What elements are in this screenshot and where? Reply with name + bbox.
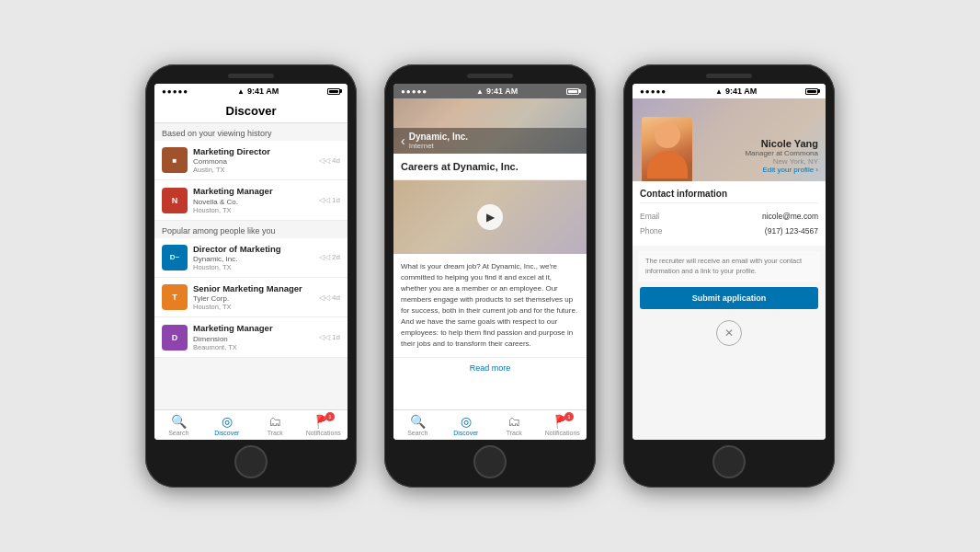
- wifi-icon-2: ▲: [476, 87, 484, 96]
- job-company-3: Dynamic, Inc.: [193, 255, 313, 263]
- home-btn-1[interactable]: [234, 445, 268, 478]
- email-label: Email: [640, 212, 659, 221]
- discover-icon-2: ◎: [461, 414, 472, 429]
- back-arrow-icon[interactable]: ‹: [401, 133, 405, 148]
- play-button[interactable]: ▶: [477, 204, 503, 230]
- edit-profile-link[interactable]: Edit your profile ›: [745, 166, 818, 174]
- job-item-5[interactable]: D Marketing Manager Dimension Beaumont, …: [154, 317, 348, 357]
- close-circle: ✕: [632, 315, 826, 351]
- job-info-5: Marketing Manager Dimension Beaumont, TX: [193, 323, 313, 351]
- job-title-4: Senior Marketing Manager: [193, 283, 313, 294]
- job-logo-2: N: [162, 188, 188, 213]
- tab-search-label-1: Search: [168, 430, 188, 436]
- tab-bar-2: 🔍 Search ◎ Discover 🗂 Track 🚩 Notificati…: [393, 409, 587, 440]
- battery-area-1: [327, 88, 340, 95]
- tab-notifications-2[interactable]: 🚩 Notifications 1: [539, 410, 587, 440]
- status-time-2: 9:41 AM: [486, 86, 518, 96]
- job-company-5: Dimension: [193, 335, 313, 343]
- search-icon-1: 🔍: [171, 414, 187, 429]
- tab-track-label-2: Track: [507, 430, 522, 436]
- company-name: Dynamic, Inc.: [409, 132, 468, 142]
- company-video-thumb[interactable]: ▶: [393, 180, 587, 254]
- job-item-1[interactable]: ■ Marketing Director Commona Austin, TX …: [154, 141, 348, 180]
- status-bar-3: ●●●●● ▲ 9:41 AM: [632, 84, 826, 98]
- job-logo-5: D: [162, 325, 188, 351]
- phone-3-screen: ●●●●● ▲ 9:41 AM Nicole Yang Manage: [632, 84, 826, 440]
- job-title-3: Director of Marketing: [193, 244, 313, 255]
- tab-notifications-label-2: Notifications: [545, 430, 580, 436]
- job-location-2: Houston, TX: [193, 206, 313, 214]
- read-more-link[interactable]: Read more: [393, 357, 587, 378]
- careers-title: Careers at Dynamic, Inc.: [393, 154, 587, 180]
- job-company-4: Tyler Corp.: [193, 294, 313, 303]
- wifi-icon-1: ▲: [237, 87, 245, 96]
- battery-icon-2: [566, 88, 579, 95]
- signal-dots-2: ●●●●●: [401, 87, 427, 96]
- avatar-body: [647, 151, 688, 178]
- company-header-text: Dynamic, Inc. Internet: [409, 132, 468, 150]
- profile-job-title: Manager at Commona: [745, 149, 818, 157]
- tab-search-2[interactable]: 🔍 Search: [393, 410, 442, 440]
- profile-location: New York, NY: [745, 157, 818, 166]
- job-time-1: ◁◁ 4d: [319, 156, 340, 165]
- discover-content[interactable]: Based on your viewing history ■ Marketin…: [154, 123, 348, 409]
- discover-title: Discover: [162, 104, 340, 118]
- close-button[interactable]: ✕: [716, 320, 742, 346]
- job-company-1: Commona: [193, 157, 313, 166]
- track-icon-2: 🗂: [507, 414, 520, 429]
- phone-1-speaker: [228, 74, 274, 78]
- email-value: nicole@me.com: [762, 212, 818, 221]
- job-info-4: Senior Marketing Manager Tyler Corp. Hou…: [193, 283, 313, 311]
- nav-title-bar-1: Discover: [154, 98, 348, 123]
- status-time-3: 9:41 AM: [725, 86, 757, 96]
- section-header-1: Based on your viewing history: [154, 123, 348, 141]
- phone-2: ●●●●● ▲ 9:41 AM ‹ Dynamic, Inc. Internet: [384, 64, 596, 488]
- apply-content[interactable]: Contact information Email nicole@me.com …: [632, 181, 826, 440]
- search-icon-2: 🔍: [410, 414, 426, 429]
- tab-notifications-1[interactable]: 🚩 Notifications 1: [300, 410, 348, 440]
- avatar-head: [655, 122, 680, 148]
- job-item-4[interactable]: T Senior Marketing Manager Tyler Corp. H…: [154, 278, 348, 317]
- apply-note: The recruiter will receive an email with…: [638, 251, 820, 282]
- job-title-1: Marketing Director: [193, 146, 313, 157]
- tab-search-1[interactable]: 🔍 Search: [154, 410, 203, 440]
- job-company-2: Novella & Co.: [193, 198, 313, 206]
- company-content[interactable]: Careers at Dynamic, Inc. ▶ What is your …: [393, 154, 587, 409]
- phone-1-screen: ●●●●● ▲ 9:41 AM Discover Based on your v…: [154, 84, 348, 440]
- notification-badge-1: 1: [325, 412, 335, 421]
- status-bar-2: ●●●●● ▲ 9:41 AM: [393, 84, 587, 98]
- tab-search-label-2: Search: [407, 430, 427, 436]
- tab-discover-label-1: Discover: [214, 430, 239, 436]
- company-sub: Internet: [409, 142, 468, 150]
- battery-fill-2: [568, 90, 577, 93]
- track-icon-1: 🗂: [268, 414, 281, 429]
- section-header-2: Popular among people like you: [154, 221, 348, 238]
- job-logo-4: T: [162, 284, 188, 310]
- signal-dots-3: ●●●●●: [640, 87, 667, 96]
- contact-card: Contact information Email nicole@me.com …: [632, 181, 826, 246]
- job-time-4: ◁◁ 4d: [319, 293, 340, 302]
- submit-application-button[interactable]: Submit application: [640, 287, 818, 309]
- profile-name: Nicole Yang: [745, 138, 818, 149]
- contact-phone-row: Phone (917) 123-4567: [640, 224, 818, 238]
- notification-badge-2: 1: [564, 412, 574, 421]
- phone-value: (917) 123-4567: [765, 226, 818, 236]
- job-item-3[interactable]: D~ Director of Marketing Dynamic, Inc. H…: [154, 238, 348, 278]
- contact-email-row: Email nicole@me.com: [640, 209, 818, 224]
- tab-track-2[interactable]: 🗂 Track: [490, 410, 539, 440]
- home-btn-2[interactable]: [473, 445, 507, 478]
- job-item-2[interactable]: N Marketing Manager Novella & Co. Housto…: [154, 180, 348, 220]
- home-btn-3[interactable]: [712, 445, 746, 478]
- job-title-2: Marketing Manager: [193, 186, 313, 197]
- wifi-icon-3: ▲: [715, 87, 723, 96]
- tab-discover-1[interactable]: ◎ Discover: [203, 410, 252, 440]
- tab-discover-2[interactable]: ◎ Discover: [442, 410, 491, 440]
- job-info-2: Marketing Manager Novella & Co. Houston,…: [193, 186, 313, 213]
- job-location-1: Austin, TX: [193, 166, 313, 174]
- profile-header: Nicole Yang Manager at Commona New York,…: [632, 98, 826, 181]
- battery-fill-1: [329, 90, 338, 93]
- tab-bar-1: 🔍 Search ◎ Discover 🗂 Track 🚩 Notificati…: [154, 409, 348, 440]
- job-info-3: Director of Marketing Dynamic, Inc. Hous…: [193, 244, 313, 271]
- tab-track-1[interactable]: 🗂 Track: [251, 410, 300, 440]
- avatar-face: [642, 117, 692, 181]
